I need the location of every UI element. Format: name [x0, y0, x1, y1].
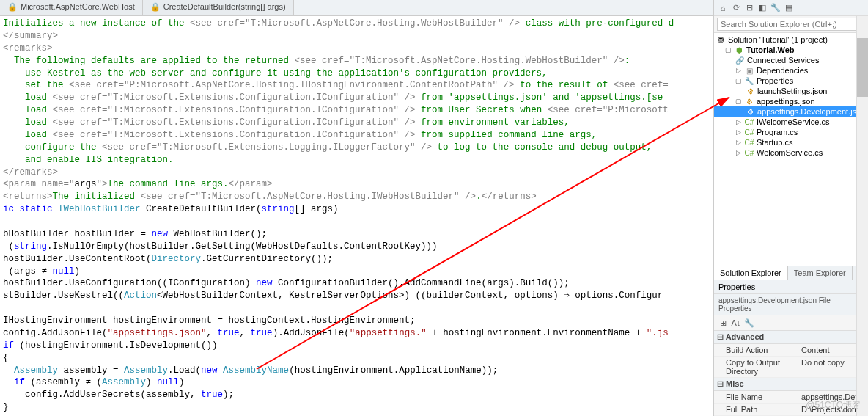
home-icon[interactable]: ⌂: [717, 2, 729, 14]
prop-icon[interactable]: 🔧: [743, 317, 755, 329]
showall-icon[interactable]: ◧: [757, 2, 768, 14]
lock-icon: 🔒: [150, 2, 161, 11]
expand-icon[interactable]: ▷: [735, 128, 742, 136]
wrench-icon: 🔧: [744, 77, 754, 85]
tab-label: Microsoft.AspNetCore.WebHost: [21, 2, 135, 11]
cs-icon: C#: [744, 118, 754, 126]
connected-icon: 🔗: [735, 56, 745, 65]
sort-icon[interactable]: A↓: [730, 317, 742, 329]
expand-icon[interactable]: ▷: [735, 149, 742, 156]
code-editor[interactable]: Initializes a new instance of the <see c…: [0, 16, 713, 416]
tab-label: CreateDefaultBuilder(string[] args): [163, 2, 286, 11]
solution-icon: ⛃: [716, 36, 726, 44]
cs-icon: C#: [744, 128, 754, 136]
json-icon: ⚙: [745, 87, 755, 95]
tree-welcomservice[interactable]: ▷C#WelcomService.cs: [714, 147, 868, 158]
scrollbar-thumb[interactable]: [857, 38, 868, 97]
tree-iwelcome[interactable]: ▷C#IWelcomeService.cs: [714, 117, 868, 127]
json-icon: ⚙: [744, 98, 754, 106]
refresh-icon[interactable]: ⟳: [730, 2, 742, 14]
tree-appsettings[interactable]: ▢⚙appsettings.json: [714, 96, 868, 106]
properties-title: Properties: [714, 280, 868, 294]
properties-subtitle: appsettings.Development.json File Proper…: [714, 294, 868, 315]
tree-project[interactable]: ▢⬢Tutorial.Web: [714, 45, 868, 55]
tree-solution-root[interactable]: ⛃Solution 'Tutorial' (1 project): [714, 34, 868, 45]
prop-row-buildaction[interactable]: Build ActionContent: [714, 344, 868, 357]
properties-panel: Properties appsettings.Development.json …: [714, 280, 868, 416]
expand-icon[interactable]: ▷: [735, 139, 742, 146]
json-icon: ⚙: [745, 108, 755, 116]
solution-toolbar: ⌂ ⟳ ⊟ ◧ 🔧 ▤: [714, 0, 868, 16]
right-panel: ⌂ ⟳ ⊟ ◧ 🔧 ▤ ⛃Solution 'Tutorial' (1 proj…: [714, 0, 868, 416]
properties-icon[interactable]: 🔧: [770, 2, 781, 14]
editor-tab-createdefault[interactable]: 🔒CreateDefaultBuilder(string[] args): [143, 0, 294, 15]
editor-tab-webhost[interactable]: 🔒Microsoft.AspNetCore.WebHost: [0, 0, 143, 15]
watermark: @51CTO博客: [806, 399, 861, 412]
cs-icon: C#: [744, 149, 754, 157]
editor-tabs: 🔒Microsoft.AspNetCore.WebHost 🔒CreateDef…: [0, 0, 713, 16]
project-icon: ⬢: [734, 46, 744, 54]
prop-row-copy[interactable]: Copy to Output DirectoryDo not copy: [714, 357, 868, 378]
tree-startup[interactable]: ▷C#Startup.cs: [714, 137, 868, 147]
vertical-scrollbar[interactable]: [856, 16, 868, 416]
collapse-icon[interactable]: ⊟: [743, 2, 755, 14]
panel-tabs: Solution Explorer Team Explorer: [714, 266, 868, 280]
editor-area: 🔒Microsoft.AspNetCore.WebHost 🔒CreateDef…: [0, 0, 714, 416]
solution-tree: ⛃Solution 'Tutorial' (1 project) ▢⬢Tutor…: [714, 33, 868, 266]
prop-category-advanced[interactable]: Advanced: [714, 331, 868, 344]
expand-icon[interactable]: ▢: [735, 77, 742, 84]
deps-icon: ▣: [744, 67, 754, 75]
tree-properties[interactable]: ▢🔧Properties: [714, 76, 868, 86]
expand-icon[interactable]: ▷: [735, 67, 742, 74]
cs-icon: C#: [744, 139, 754, 147]
solution-search: [714, 16, 868, 33]
tree-connected-services[interactable]: 🔗Connected Services: [714, 55, 868, 65]
tab-solution-explorer[interactable]: Solution Explorer: [714, 266, 788, 280]
tree-launchsettings[interactable]: ⚙launchSettings.json: [714, 86, 868, 96]
tree-dependencies[interactable]: ▷▣Dependencies: [714, 65, 868, 76]
tree-program[interactable]: ▷C#Program.cs: [714, 127, 868, 137]
tab-team-explorer[interactable]: Team Explorer: [788, 266, 853, 280]
lock-icon: 🔒: [7, 2, 18, 11]
expand-icon[interactable]: ▷: [735, 118, 742, 125]
expand-icon[interactable]: ▢: [724, 46, 732, 54]
preview-icon[interactable]: ▤: [783, 2, 795, 14]
tree-appsettings-dev[interactable]: ⚙appsettings.Development.json: [714, 106, 868, 117]
prop-category-misc[interactable]: Misc: [714, 378, 868, 391]
search-input[interactable]: [717, 18, 865, 31]
expand-icon[interactable]: ▢: [735, 98, 742, 105]
categorize-icon[interactable]: ⊞: [717, 317, 729, 329]
properties-toolbar: ⊞ A↓ 🔧: [714, 315, 868, 331]
